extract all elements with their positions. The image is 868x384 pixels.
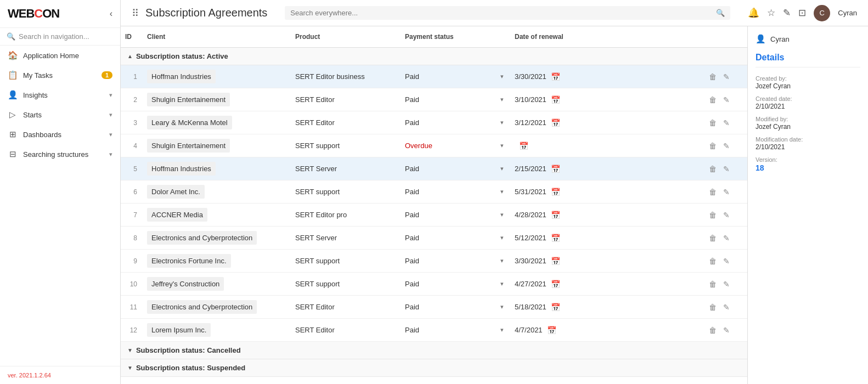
table-row: 11 Electronics and Cyberprotection SERT … xyxy=(121,296,747,319)
calendar-icon[interactable]: 📅 xyxy=(551,234,560,242)
calendar-icon[interactable]: 📅 xyxy=(551,257,560,266)
payment-dropdown-icon[interactable]: ▾ xyxy=(500,73,504,80)
sidebar-collapse-button[interactable]: ‹ xyxy=(110,9,112,19)
client-value[interactable]: Jeffrey's Construction xyxy=(147,277,224,291)
sidebar-item-starts[interactable]: ▷ Starts ▾ xyxy=(0,105,120,125)
table-row: 1 Hoffman Industries SERT Editor busines… xyxy=(121,65,747,88)
calendar-icon[interactable]: 📅 xyxy=(551,95,560,104)
sidebar-item-application-home[interactable]: 🏠 Application Home xyxy=(0,46,120,65)
star-icon[interactable]: ☆ xyxy=(767,7,775,19)
delete-button[interactable]: 🗑 xyxy=(708,233,718,244)
sidebar-item-searching-structures[interactable]: ⊟ Searching structures ▾ xyxy=(0,144,120,164)
client-value[interactable]: Electronics and Cyberprotection xyxy=(147,231,257,245)
payment-dropdown-icon[interactable]: ▾ xyxy=(500,280,504,287)
client-value[interactable]: ACCNER Media xyxy=(147,208,207,222)
payment-dropdown-icon[interactable]: ▾ xyxy=(500,234,504,241)
user-avatar[interactable]: C xyxy=(814,5,830,21)
group-active[interactable]: ▲ Subscription status: Active xyxy=(121,48,747,65)
date-value: 2/15/2021 xyxy=(515,165,546,173)
calendar-icon[interactable]: 📅 xyxy=(551,118,560,127)
payment-dropdown-icon[interactable]: ▾ xyxy=(500,96,504,103)
edit-button[interactable]: ✎ xyxy=(722,279,731,290)
search-input[interactable] xyxy=(290,9,712,17)
payment-dropdown-icon[interactable]: ▾ xyxy=(500,303,504,310)
payment-status: Paid xyxy=(405,303,419,311)
edit-button[interactable]: ✎ xyxy=(722,210,731,221)
edit-button[interactable]: ✎ xyxy=(722,163,731,174)
date-value: 3/30/2021 xyxy=(515,72,546,81)
cell-actions: 🗑 ✎ xyxy=(703,140,747,151)
payment-dropdown-icon[interactable]: ▾ xyxy=(500,165,504,172)
group-cancelled[interactable]: ▼ Subscription status: Cancelled xyxy=(121,342,747,359)
cell-id: 11 xyxy=(121,300,143,314)
modified-by-label: Modified by: xyxy=(756,116,860,122)
delete-button[interactable]: 🗑 xyxy=(708,325,718,336)
delete-button[interactable]: 🗑 xyxy=(708,302,718,313)
notification-icon[interactable]: 🔔 xyxy=(748,7,759,19)
delete-button[interactable]: 🗑 xyxy=(708,279,718,290)
sidebar-item-dashboards[interactable]: ⊞ Dashboards ▾ xyxy=(0,125,120,144)
edit-icon[interactable]: ✎ xyxy=(783,7,791,19)
edit-button[interactable]: ✎ xyxy=(722,117,731,128)
sidebar-search-label: Search in navigation... xyxy=(19,32,89,41)
delete-button[interactable]: 🗑 xyxy=(708,71,718,82)
edit-button[interactable]: ✎ xyxy=(722,140,731,151)
delete-button[interactable]: 🗑 xyxy=(708,187,718,197)
sidebar-item-insights[interactable]: 👤 Insights ▾ xyxy=(0,85,120,105)
app-version: ver. 2021.1.2.64 xyxy=(0,366,120,384)
client-value[interactable]: Electronics Fortune Inc. xyxy=(147,254,231,268)
delete-button[interactable]: 🗑 xyxy=(708,140,718,151)
calendar-icon[interactable]: 📅 xyxy=(551,303,560,312)
edit-button[interactable]: ✎ xyxy=(722,71,731,82)
table-row: 9 Electronics Fortune Inc. SERT support … xyxy=(121,250,747,273)
payment-dropdown-icon[interactable]: ▾ xyxy=(500,326,504,334)
cell-date: 2/15/2021 📅 xyxy=(510,161,703,177)
client-value[interactable]: Shulgin Entertainement xyxy=(147,93,230,106)
calendar-icon[interactable]: 📅 xyxy=(547,326,556,335)
payment-dropdown-icon[interactable]: ▾ xyxy=(500,257,504,264)
payment-dropdown-icon[interactable]: ▾ xyxy=(500,142,504,149)
delete-button[interactable]: 🗑 xyxy=(708,94,718,105)
calendar-icon[interactable]: 📅 xyxy=(551,280,560,289)
calendar-icon[interactable]: 📅 xyxy=(551,188,560,196)
client-value[interactable]: Hoffman Industries xyxy=(147,162,216,176)
sidebar: WEBCON ‹ 🔍 Search in navigation... 🏠 App… xyxy=(0,0,121,384)
home-icon: 🏠 xyxy=(8,50,18,60)
calendar-icon[interactable]: 📅 xyxy=(551,211,560,219)
cell-payment: Paid ▾ xyxy=(401,276,510,291)
version-value[interactable]: 18 xyxy=(756,163,860,172)
delete-button[interactable]: 🗑 xyxy=(708,163,718,174)
calendar-icon[interactable]: 📅 xyxy=(551,165,560,173)
client-value[interactable]: Dolor Amet Inc. xyxy=(147,185,205,199)
global-search[interactable]: 🔍 xyxy=(285,6,730,20)
client-value[interactable]: Lorem Ipsum Inc. xyxy=(147,323,211,337)
grid-menu-icon[interactable]: ⠿ xyxy=(132,7,139,19)
edit-button[interactable]: ✎ xyxy=(722,187,731,197)
payment-dropdown-icon[interactable]: ▾ xyxy=(500,119,504,126)
sidebar-item-my-tasks[interactable]: 📋 My Tasks 1 xyxy=(0,65,120,85)
calendar-icon[interactable]: 📅 xyxy=(551,72,560,81)
client-value[interactable]: Leary & McKenna Motel xyxy=(147,116,232,129)
created-by-label: Created by: xyxy=(756,75,860,82)
edit-button[interactable]: ✎ xyxy=(722,256,731,267)
delete-button[interactable]: 🗑 xyxy=(708,210,718,221)
delete-button[interactable]: 🗑 xyxy=(708,117,718,128)
edit-button[interactable]: ✎ xyxy=(722,94,731,105)
topbar: ⠿ Subscription Agreements 🔍 🔔 ☆ ✎ ⊡ C Cy… xyxy=(121,0,868,26)
delete-button[interactable]: 🗑 xyxy=(708,256,718,267)
cell-product: SERT Editor xyxy=(291,92,401,107)
edit-button[interactable]: ✎ xyxy=(722,325,731,336)
version-label: Version: xyxy=(756,156,860,163)
group-suspended[interactable]: ▼ Subscription status: Suspended xyxy=(121,359,747,377)
calendar-icon[interactable]: 📅 xyxy=(519,142,528,150)
client-value[interactable]: Shulgin Entertainement xyxy=(147,139,230,153)
payment-dropdown-icon[interactable]: ▾ xyxy=(500,188,504,195)
client-value[interactable]: Electronics and Cyberprotection xyxy=(147,300,257,314)
edit-button[interactable]: ✎ xyxy=(722,302,731,313)
cell-date: 3/30/2021 📅 xyxy=(510,253,703,269)
layout-icon[interactable]: ⊡ xyxy=(798,7,806,19)
payment-dropdown-icon[interactable]: ▾ xyxy=(500,211,504,218)
client-value[interactable]: Hoffman Industries xyxy=(147,70,216,83)
sidebar-search[interactable]: 🔍 Search in navigation... xyxy=(0,28,120,46)
edit-button[interactable]: ✎ xyxy=(722,233,731,244)
